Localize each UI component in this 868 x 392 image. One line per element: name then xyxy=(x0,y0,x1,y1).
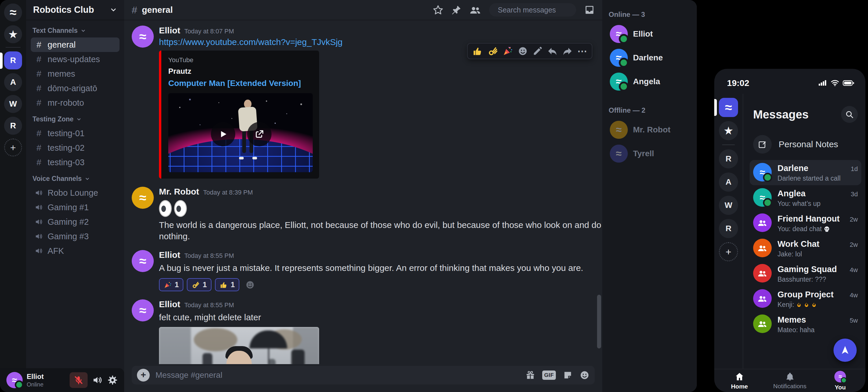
attach-button[interactable]: + xyxy=(137,369,150,382)
chat-row-gaming-squad[interactable]: Gaming Squad Basshunter: ??? 4w xyxy=(750,261,861,286)
server-w[interactable]: W xyxy=(4,95,22,113)
member-name: Angela xyxy=(633,77,660,86)
member-angela[interactable]: ≈ Angela xyxy=(609,70,690,93)
server-w[interactable]: W xyxy=(719,196,738,215)
chat-row-friend-hangout[interactable]: Friend Hangout You: dead chat 2w xyxy=(750,211,861,236)
inbox-icon[interactable] xyxy=(584,5,595,15)
section-testing-zone[interactable]: Testing Zone xyxy=(32,115,118,123)
section-voice-channels[interactable]: Voice Channels xyxy=(32,175,118,183)
add-reaction-icon[interactable] xyxy=(518,46,528,56)
member-darlene[interactable]: ≈ Darlene xyxy=(609,46,690,70)
author-name[interactable]: Elliot xyxy=(159,26,180,35)
gear-icon[interactable] xyxy=(107,375,118,385)
embed-author[interactable]: Prautz xyxy=(168,67,312,76)
user-info[interactable]: Elliot Online xyxy=(27,372,44,388)
home-server-button[interactable]: ≈ xyxy=(719,98,738,117)
channel-mr-roboto[interactable]: #mr-roboto xyxy=(31,95,120,110)
chat-row-anglea[interactable]: ≈ Anglea You: what’s up 3d xyxy=(750,185,861,211)
emoji-icon[interactable] xyxy=(580,370,589,380)
personal-notes-row[interactable]: Personal Notes xyxy=(753,135,858,153)
author-name[interactable]: Elliot xyxy=(159,250,180,260)
server-r2[interactable]: R xyxy=(4,117,22,135)
channel-domo-arigato[interactable]: #dōmo-arigatō xyxy=(31,81,120,95)
gift-icon[interactable] xyxy=(525,370,535,380)
server-a[interactable]: A xyxy=(719,172,738,192)
reaction-party-popper[interactable]: 1 xyxy=(159,278,183,291)
voice-gaming-1[interactable]: Gaming #1 xyxy=(31,200,120,215)
channel-memes[interactable]: #memes xyxy=(31,66,120,81)
voice-robo-lounge[interactable]: Robo Lounge xyxy=(31,186,120,200)
server-header[interactable]: Robotics Club xyxy=(26,0,124,20)
user-avatar[interactable]: ≈ xyxy=(6,372,23,388)
reaction-thumbs-up[interactable]: 1 xyxy=(215,278,239,291)
gif-icon[interactable]: GIF xyxy=(542,370,556,380)
chat-row-work-chat[interactable]: Work Chat Jake: lol 2w xyxy=(750,236,861,261)
mic-muted-button[interactable] xyxy=(70,372,88,388)
chat-scrollbar[interactable] xyxy=(597,295,601,348)
channel-testing-02[interactable]: #testing-02 xyxy=(31,141,120,155)
chat-row-memes[interactable]: Memes Mateo: haha 5w xyxy=(750,312,861,337)
nav-notifications[interactable]: Notifications xyxy=(765,369,815,392)
nav-you[interactable]: ≈ You xyxy=(815,369,865,392)
voice-afk[interactable]: AFK xyxy=(31,244,120,258)
more-icon[interactable]: ⋯ xyxy=(577,46,587,56)
reaction-count: 1 xyxy=(203,280,207,289)
add-reaction-icon[interactable] xyxy=(245,280,255,290)
home-server-button[interactable]: ≈ xyxy=(4,3,22,22)
chat-preview: You: what’s up xyxy=(777,200,820,207)
ok-hand-emoji[interactable] xyxy=(487,46,498,56)
thumbs-up-emoji[interactable] xyxy=(472,46,483,56)
server-r2[interactable]: R xyxy=(719,219,738,238)
voice-gaming-3[interactable]: Gaming #3 xyxy=(31,229,120,244)
embed-title[interactable]: Computer Man [Extended Version] xyxy=(168,79,312,88)
add-server-button[interactable]: + xyxy=(719,242,738,261)
channel-testing-03[interactable]: #testing-03 xyxy=(31,155,120,170)
star-icon[interactable] xyxy=(433,5,443,15)
section-text-channels[interactable]: Text Channels xyxy=(32,27,118,34)
search-button[interactable] xyxy=(841,106,858,123)
favorites-button[interactable]: ★ xyxy=(719,121,738,140)
member-elliot[interactable]: ≈ Elliot xyxy=(609,22,690,46)
new-message-fab[interactable] xyxy=(834,339,857,362)
chat-row-group-project[interactable]: Group Project Kenji: 4w xyxy=(750,286,861,312)
avatar[interactable]: ≈ xyxy=(132,250,154,272)
message-input[interactable] xyxy=(155,370,520,380)
chat-time: 3d xyxy=(851,188,858,198)
avatar[interactable]: ≈ xyxy=(132,187,154,209)
nav-home[interactable]: Home xyxy=(714,369,765,392)
attached-photo[interactable] xyxy=(159,327,319,364)
author-name[interactable]: Elliot xyxy=(159,299,180,309)
channel-general[interactable]: #general xyxy=(31,37,120,52)
member-tyrell[interactable]: ≈ Tyrell xyxy=(609,142,690,166)
channel-news-updates[interactable]: #news-updates xyxy=(31,52,120,66)
party-popper-emoji[interactable] xyxy=(502,46,513,56)
sticker-icon[interactable] xyxy=(563,370,573,380)
video-thumbnail[interactable] xyxy=(168,93,313,172)
reaction-ok-hand[interactable]: 1 xyxy=(187,278,211,291)
youtube-link[interactable]: https://www.youtube.com/watch?v=jeg_TJvk… xyxy=(159,37,343,47)
forward-icon[interactable] xyxy=(562,46,573,56)
members-icon[interactable] xyxy=(469,5,481,15)
add-server-button[interactable]: + xyxy=(4,139,22,157)
avatar[interactable]: ≈ xyxy=(132,299,154,321)
members-icon xyxy=(757,218,767,227)
favorites-button[interactable]: ★ xyxy=(4,25,22,43)
speaker-icon[interactable] xyxy=(92,375,103,385)
reply-icon[interactable] xyxy=(547,46,558,56)
avatar[interactable]: ≈ xyxy=(132,26,154,48)
author-name[interactable]: Mr. Robot xyxy=(159,187,199,197)
chat-row-darlene[interactable]: ≈ Darlene Darlene started a call 1d xyxy=(750,160,861,185)
pin-icon[interactable] xyxy=(452,5,461,15)
voice-gaming-2[interactable]: Gaming #2 xyxy=(31,215,120,229)
server-r[interactable]: R xyxy=(719,149,738,168)
play-button[interactable] xyxy=(211,122,235,146)
member-name: Elliot xyxy=(633,29,653,38)
search-input[interactable] xyxy=(498,6,591,14)
server-robotics-club[interactable]: R xyxy=(4,51,22,69)
desktop-app-window: ≈ ★ R A W R + Robotics Club Text Channel… xyxy=(0,0,697,392)
edit-icon[interactable] xyxy=(533,46,542,56)
open-external-button[interactable] xyxy=(247,122,272,146)
server-a[interactable]: A xyxy=(4,73,22,91)
channel-testing-01[interactable]: #testing-01 xyxy=(31,126,120,141)
member-mr-robot[interactable]: ≈ Mr. Robot xyxy=(609,118,690,142)
